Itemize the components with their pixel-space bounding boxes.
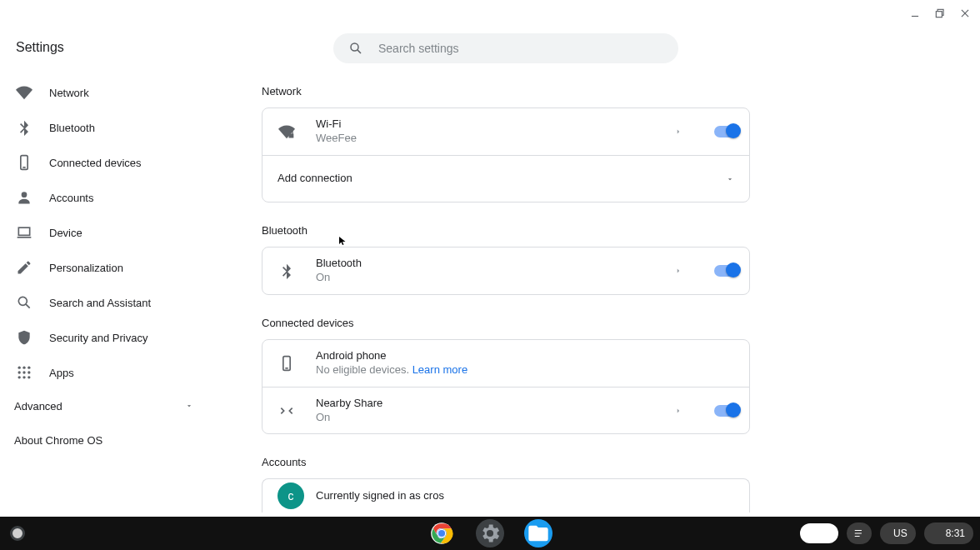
svg-point-17 (28, 371, 30, 373)
page-title: Settings (0, 40, 217, 75)
current-account-row[interactable]: c Currently signed in as cros (262, 479, 749, 512)
status-tray[interactable]: 8:31 (924, 522, 973, 544)
android-phone-row[interactable]: Android phone No eligible devices. Learn… (262, 340, 749, 387)
svg-point-20 (28, 376, 30, 378)
clock: 8:31 (946, 528, 965, 539)
sidebar-about[interactable]: About Chrome OS (0, 412, 217, 447)
chevron-right-icon (674, 124, 682, 139)
add-connection-row[interactable]: Add connection (262, 155, 749, 202)
apps-grid-icon (16, 364, 32, 381)
sidebar-item-label: Accounts (49, 192, 93, 204)
nearby-share-row[interactable]: Nearby Share On (262, 387, 749, 433)
wifi-toggle[interactable] (714, 126, 739, 138)
learn-more-link[interactable]: Learn more (412, 363, 468, 376)
sidebar-advanced[interactable]: Advanced (0, 390, 217, 412)
laptop-icon (16, 224, 32, 241)
phone-icon (278, 355, 296, 372)
sidebar-item-apps[interactable]: Apps (0, 355, 217, 390)
chevron-down-icon (185, 400, 193, 412)
ime-label: US (893, 528, 908, 539)
add-connection-label: Add connection (278, 172, 352, 186)
svg-point-15 (18, 371, 21, 373)
wifi-label: Wi-Fi (316, 118, 357, 132)
sidebar-item-label: Network (49, 87, 89, 99)
sidebar-item-label: Connected devices (49, 157, 142, 169)
sidebar-item-label: Security and Privacy (49, 332, 148, 344)
sidebar-item-device[interactable]: Device (0, 215, 217, 250)
bluetooth-row[interactable]: Bluetooth On (262, 248, 749, 294)
bluetooth-icon (16, 119, 32, 136)
bluetooth-status: On (316, 271, 362, 285)
current-account-label: Currently signed in as cros (316, 489, 444, 503)
ime-indicator[interactable]: US (880, 522, 916, 544)
svg-point-7 (22, 192, 28, 198)
accounts-card: c Currently signed in as cros (262, 478, 750, 512)
settings-app-icon[interactable] (476, 519, 504, 548)
svg-line-11 (26, 304, 30, 308)
person-icon (16, 189, 32, 206)
avatar: c (278, 482, 304, 509)
connected-devices-card: Android phone No eligible devices. Learn… (262, 339, 750, 434)
svg-rect-2 (936, 12, 942, 18)
section-title-connected: Connected devices (262, 317, 750, 329)
advanced-label: Advanced (14, 400, 62, 412)
wifi-row[interactable]: Wi-Fi WeeFee (262, 108, 749, 155)
shelf-capsule[interactable] (800, 523, 838, 543)
wifi-network-name: WeeFee (316, 132, 357, 146)
nearby-share-toggle[interactable] (714, 405, 739, 417)
about-label: About Chrome OS (14, 434, 102, 447)
sidebar-item-label: Search and Assistant (49, 297, 151, 309)
notifications-tray[interactable] (847, 522, 872, 544)
chevron-right-icon (674, 403, 682, 418)
chevron-down-icon (726, 172, 734, 187)
svg-point-18 (18, 376, 21, 378)
bluetooth-label: Bluetooth (316, 257, 362, 271)
nearby-share-icon (278, 402, 296, 419)
search-icon (16, 294, 32, 311)
shelf: US 8:31 (0, 517, 980, 550)
svg-point-19 (22, 376, 25, 378)
svg-point-16 (22, 371, 25, 373)
minimize-button[interactable] (908, 7, 922, 20)
sidebar-item-label: Personalization (49, 262, 123, 274)
section-title-network: Network (262, 85, 750, 98)
bluetooth-card: Bluetooth On (262, 247, 750, 295)
files-app-icon[interactable] (524, 519, 552, 548)
sidebar-item-personalization[interactable]: Personalization (0, 250, 217, 285)
pencil-icon (16, 259, 32, 276)
svg-point-14 (28, 367, 30, 369)
section-title-bluetooth: Bluetooth (262, 224, 750, 237)
svg-point-13 (22, 367, 25, 369)
section-title-accounts: Accounts (262, 456, 750, 468)
svg-rect-8 (18, 228, 29, 235)
sidebar: Settings Network Bluetooth Connected dev… (0, 0, 217, 517)
restore-button[interactable] (933, 7, 947, 20)
sidebar-item-search-assistant[interactable]: Search and Assistant (0, 285, 217, 320)
main-content: Network Wi-Fi WeeFee Add connection Blue… (262, 33, 750, 512)
android-phone-label: Android phone (316, 349, 468, 363)
svg-point-10 (18, 297, 27, 305)
nearby-share-label: Nearby Share (316, 397, 382, 411)
sidebar-item-label: Bluetooth (49, 122, 95, 134)
launcher-button[interactable] (10, 526, 25, 541)
sidebar-item-security[interactable]: Security and Privacy (0, 320, 217, 355)
chevron-right-icon (674, 263, 682, 278)
phone-icon (16, 154, 32, 171)
sidebar-item-accounts[interactable]: Accounts (0, 180, 217, 215)
sidebar-item-label: Apps (49, 367, 74, 379)
android-phone-status: No eligible devices. Learn more (316, 363, 468, 378)
bluetooth-icon (278, 262, 296, 279)
network-card: Wi-Fi WeeFee Add connection (262, 108, 750, 202)
wifi-icon (16, 84, 32, 101)
sidebar-item-network[interactable]: Network (0, 75, 217, 110)
wifi-lock-icon (278, 123, 296, 140)
sidebar-item-bluetooth[interactable]: Bluetooth (0, 110, 217, 145)
svg-point-12 (18, 367, 21, 369)
sidebar-item-label: Device (49, 227, 82, 239)
chrome-app-icon[interactable] (428, 519, 456, 548)
shield-icon (16, 329, 32, 346)
nearby-share-status: On (316, 411, 382, 425)
sidebar-item-connected-devices[interactable]: Connected devices (0, 145, 217, 180)
bluetooth-toggle[interactable] (714, 265, 739, 277)
close-button[interactable] (958, 7, 972, 20)
